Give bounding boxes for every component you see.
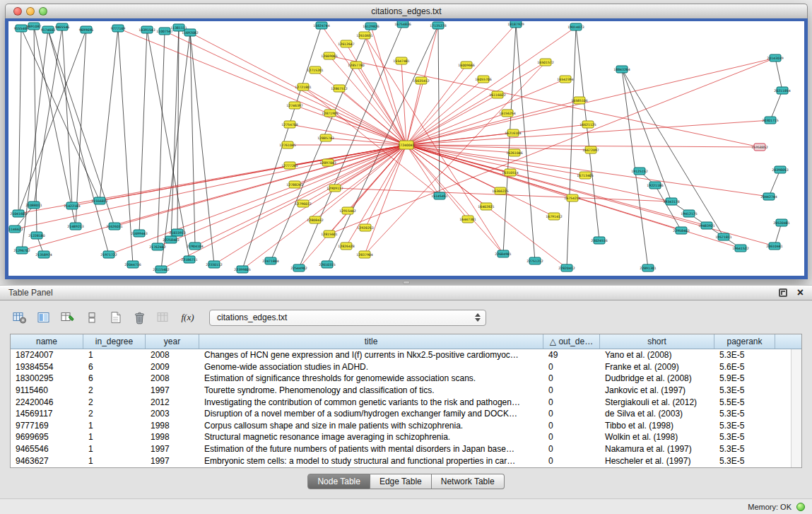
graph-node[interactable]: 21358974 bbox=[35, 251, 52, 258]
graph-node[interactable]: 9691087 bbox=[27, 23, 42, 30]
graph-node[interactable]: 16791412 bbox=[546, 213, 562, 220]
graph-node[interactable]: 9699695 bbox=[79, 26, 94, 33]
graph-node[interactable]: 21833913 bbox=[169, 229, 185, 236]
new-document-icon[interactable] bbox=[106, 309, 125, 327]
graph-node[interactable]: 12808432 bbox=[307, 216, 323, 223]
graph-node[interactable]: 19483921 bbox=[698, 222, 714, 229]
import-table-icon[interactable] bbox=[154, 309, 173, 327]
graph-node[interactable]: 15824744 bbox=[313, 22, 329, 29]
table-row[interactable]: 1456911722003Disruption of a novel membe… bbox=[11, 408, 791, 420]
graph-node[interactable]: 22820412 bbox=[558, 264, 575, 271]
graph-node[interactable]: 16672097 bbox=[582, 146, 599, 153]
panel-divider-handle[interactable] bbox=[403, 281, 410, 284]
graph-node[interactable]: 16754836 bbox=[394, 21, 411, 28]
close-window-button[interactable] bbox=[13, 7, 22, 16]
graph-node[interactable]: 12909117 bbox=[326, 185, 343, 192]
graph-node[interactable]: 20610441 bbox=[766, 243, 782, 250]
close-panel-icon[interactable]: × bbox=[797, 287, 804, 298]
graph-node[interactable]: 12612647 bbox=[338, 40, 354, 47]
table-settings-icon[interactable] bbox=[10, 309, 29, 327]
graph-node[interactable]: 22751212 bbox=[526, 257, 543, 264]
graph-node[interactable]: 11692082 bbox=[182, 29, 198, 36]
tab-network-table[interactable]: Network Table bbox=[432, 474, 505, 489]
graph-node[interactable]: 20442744 bbox=[760, 193, 777, 200]
graph-node[interactable]: 15958852 bbox=[751, 144, 767, 151]
graph-node[interactable]: 12788243 bbox=[286, 181, 302, 188]
graph-node[interactable]: 12915442 bbox=[339, 207, 355, 214]
graph-node[interactable]: 20398053 bbox=[772, 166, 788, 173]
graph-node[interactable]: 22891301 bbox=[640, 264, 656, 271]
graph-node[interactable]: 19221186 bbox=[647, 182, 663, 189]
graph-node[interactable]: 12721801 bbox=[295, 83, 311, 90]
function-icon[interactable]: f(x) bbox=[178, 309, 197, 327]
graph-node[interactable]: 19412175 bbox=[681, 210, 697, 217]
graph-node[interactable]: 21699443 bbox=[131, 230, 147, 237]
graph-node[interactable]: 16542394 bbox=[557, 76, 573, 83]
column-header-year[interactable]: year bbox=[146, 334, 199, 349]
graph-node[interactable]: 21041608 bbox=[10, 210, 26, 217]
graph-node[interactable]: 19343178 bbox=[663, 198, 679, 205]
table-row[interactable]: 2242004622012Investigating the contribut… bbox=[11, 396, 791, 408]
graph-node[interactable]: 19014073 bbox=[567, 23, 584, 30]
graph-node[interactable]: 22544902 bbox=[290, 264, 307, 271]
column-header-out_de[interactable]: △ out_de… bbox=[543, 334, 600, 349]
graph-node[interactable]: 22684901 bbox=[495, 250, 511, 257]
graph-node[interactable]: 22610315 bbox=[319, 261, 335, 268]
graph-node[interactable]: 12777261 bbox=[281, 162, 298, 169]
table-row[interactable]: 977716911998Corpus callosum shape and si… bbox=[11, 420, 791, 432]
graph-node[interactable]: 21228180 bbox=[28, 232, 45, 239]
graph-node[interactable]: 21088011 bbox=[25, 201, 42, 209]
zoom-window-button[interactable] bbox=[39, 7, 47, 16]
graph-node[interactable]: 22115402 bbox=[153, 266, 169, 273]
minimize-window-button[interactable] bbox=[26, 7, 35, 16]
table-row[interactable]: 969969511998Structural magnetic resonanc… bbox=[11, 431, 791, 443]
graph-node[interactable]: 22330112 bbox=[206, 261, 222, 268]
graph-node[interactable]: 9465546 bbox=[55, 23, 70, 30]
graph-node[interactable]: 19125152 bbox=[631, 168, 647, 175]
graph-node[interactable]: 21904104 bbox=[187, 243, 203, 250]
graph-node[interactable]: 20301715 bbox=[762, 117, 778, 124]
graph-node[interactable]: 12815601 bbox=[321, 230, 337, 238]
graph-node[interactable]: 9174603 bbox=[41, 26, 56, 33]
graph-node[interactable]: 12669065 bbox=[321, 52, 337, 59]
graph-node[interactable]: 23024516 bbox=[591, 237, 607, 244]
graph-node[interactable]: 16621125 bbox=[579, 121, 596, 128]
graph-node[interactable]: 22186711 bbox=[181, 256, 197, 263]
graph-node[interactable]: 22258403 bbox=[163, 236, 179, 243]
network-window-titlebar[interactable]: citations_edges.txt bbox=[5, 4, 808, 18]
graph-node[interactable]: 21762442 bbox=[149, 243, 165, 250]
graph-node[interactable]: 12871905 bbox=[322, 110, 338, 117]
graph-node[interactable]: 10391543 bbox=[139, 26, 155, 33]
graph-node[interactable]: 22399805 bbox=[234, 266, 250, 273]
graph-node[interactable]: 12928253 bbox=[357, 224, 373, 231]
graph-node[interactable]: 22958403 bbox=[673, 227, 689, 234]
graph-node[interactable]: 16009666 bbox=[458, 62, 474, 69]
graph-node[interactable]: 12857780 bbox=[348, 62, 364, 69]
table-row[interactable]: 1830029562008Estimation of significance … bbox=[11, 373, 791, 385]
graph-node[interactable]: 12885743 bbox=[317, 134, 334, 141]
graph-node[interactable]: 12754708 bbox=[281, 121, 298, 128]
graph-node[interactable]: 9777169 bbox=[111, 25, 126, 32]
edit-table-icon[interactable] bbox=[58, 309, 77, 327]
graph-node[interactable]: 15145451 bbox=[431, 192, 447, 199]
table-row[interactable]: 911546021997Tourette syndrome. Phenomeno… bbox=[11, 385, 791, 397]
graph-node[interactable]: 12897043 bbox=[319, 159, 336, 166]
column-header-short[interactable]: short bbox=[600, 334, 714, 349]
graph-node[interactable]: 18843264 bbox=[613, 66, 630, 73]
graph-node[interactable]: 12761045 bbox=[279, 141, 295, 148]
column-header-pagerank[interactable]: pagerank bbox=[714, 334, 775, 349]
graph-node[interactable]: 16216104 bbox=[505, 129, 521, 136]
graph-node[interactable]: 12610651 bbox=[356, 32, 372, 39]
graph-node[interactable]: 12715201 bbox=[307, 66, 323, 74]
graph-node[interactable]: 16447381 bbox=[459, 216, 476, 223]
graph-node[interactable]: 21422184 bbox=[64, 202, 80, 209]
network-graph-canvas[interactable]: 9155469969108791746039465546969969597771… bbox=[8, 21, 804, 276]
table-scrollbar[interactable] bbox=[791, 349, 801, 467]
trash-icon[interactable] bbox=[130, 309, 149, 327]
table-row[interactable]: 946362711997Embryonic stem cells: a mode… bbox=[11, 455, 791, 467]
column-header-in_degree[interactable]: in_degree bbox=[83, 334, 146, 349]
graph-node[interactable]: 16129826 bbox=[363, 23, 379, 30]
graph-node[interactable]: 16261046 bbox=[506, 149, 522, 156]
graph-node[interactable]: 21489213 bbox=[67, 223, 83, 230]
graph-node[interactable]: 18187929 bbox=[507, 21, 524, 28]
